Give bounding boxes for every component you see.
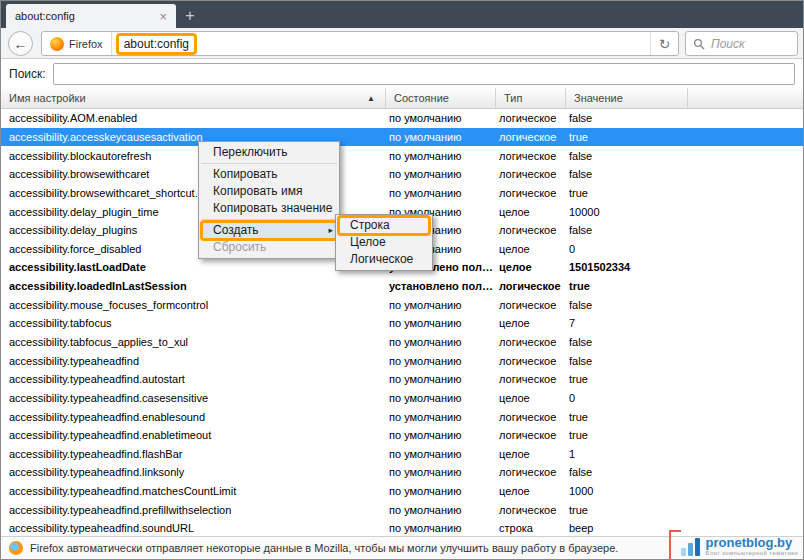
table-row[interactable]: accessibility.tabfocusпо умолчаниюцелое7 <box>1 314 803 333</box>
table-row[interactable]: accessibility.typeaheadfind.soundURLпо у… <box>1 519 803 538</box>
column-header-name[interactable]: Имя настройки ▲ <box>1 88 386 108</box>
cell-status: по умолчанию <box>386 392 496 404</box>
firefox-icon <box>50 37 64 51</box>
cell-value: false <box>566 299 736 311</box>
table-row[interactable]: accessibility.typeaheadfind.flashBarпо у… <box>1 445 803 464</box>
table-row[interactable]: accessibility.typeaheadfind.autostartпо … <box>1 370 803 389</box>
cell-name: accessibility.typeaheadfind.matchesCount… <box>1 485 386 497</box>
firefox-identity-badge[interactable]: Firefox <box>42 32 112 55</box>
cell-status: установлено пользователем <box>386 280 496 292</box>
new-tab-button[interactable]: + <box>176 4 204 28</box>
cell-type: логическое <box>496 466 566 478</box>
cell-value: 10000 <box>566 206 736 218</box>
status-bar-text: Firefox автоматически отправляет некотор… <box>30 542 618 554</box>
cell-status: по умолчанию <box>386 485 496 497</box>
cell-status: по умолчанию <box>386 187 496 199</box>
close-icon[interactable]: × <box>159 10 167 23</box>
browser-window: about:config × + ← Firefox about:config … <box>0 0 804 560</box>
submenu-item-boolean[interactable]: Логическое <box>336 251 432 268</box>
cell-name: accessibility.typeaheadfind.prefillwiths… <box>1 504 386 516</box>
submenu-item-integer[interactable]: Целое <box>336 234 432 251</box>
firefox-logo-icon <box>9 541 23 555</box>
menu-item-copy[interactable]: Копировать <box>199 166 339 183</box>
menu-item-toggle[interactable]: Переключить <box>199 144 339 161</box>
menu-item-new[interactable]: Создать▸ <box>199 222 339 239</box>
cell-status: по умолчанию <box>386 504 496 516</box>
url-bar[interactable]: Firefox about:config ↻ <box>41 31 679 56</box>
table-row[interactable]: accessibility.blockautorefreshпо умолчан… <box>1 146 803 165</box>
column-header-type-label: Тип <box>504 92 522 104</box>
cell-type: логическое <box>496 131 566 143</box>
cell-value: 0 <box>566 392 736 404</box>
pref-filter-row: Поиск: <box>1 59 803 88</box>
bar-chart-icon <box>681 538 700 556</box>
cell-name: accessibility.typeaheadfind.casesensitiv… <box>1 392 386 404</box>
cell-name: accessibility.lastLoadDate <box>1 261 386 273</box>
cell-name: accessibility.typeaheadfind.linksonly <box>1 466 386 478</box>
table-row[interactable]: accessibility.typeaheadfind.prefillwiths… <box>1 500 803 519</box>
cell-type: логическое <box>496 504 566 516</box>
cell-type: целое <box>496 392 566 404</box>
pref-filter-input[interactable] <box>53 63 795 85</box>
table-row[interactable]: accessibility.typeaheadfind.matchesCount… <box>1 482 803 501</box>
cell-status: по умолчанию <box>386 112 496 124</box>
back-button[interactable]: ← <box>8 31 33 56</box>
cell-name: accessibility.mouse_focuses_formcontrol <box>1 299 386 311</box>
cell-type: целое <box>496 448 566 460</box>
browser-search-field[interactable]: Поиск <box>685 31 798 56</box>
cell-type: целое <box>496 317 566 329</box>
cell-name: accessibility.tabfocus_applies_to_xul <box>1 336 386 348</box>
table-row[interactable]: accessibility.browsewithcaret_shortcut.e… <box>1 184 803 203</box>
table-row[interactable]: accessibility.mouse_focuses_formcontrolп… <box>1 295 803 314</box>
cell-type: строка <box>496 522 566 534</box>
cell-value: false <box>566 336 736 348</box>
watermark-site: pronetblog.by <box>706 536 798 550</box>
cell-type: целое <box>496 261 566 273</box>
table-row[interactable]: accessibility.typeaheadfind.enabletimeou… <box>1 426 803 445</box>
column-header-status-label: Состояние <box>394 92 449 104</box>
reload-icon: ↻ <box>659 36 671 52</box>
menu-separator <box>201 163 337 164</box>
table-row[interactable]: accessibility.typeaheadfind.enablesoundп… <box>1 407 803 426</box>
cell-value: false <box>566 168 736 180</box>
table-row[interactable]: accessibility.AOM.enabledпо умолчаниюлог… <box>1 109 803 128</box>
table-row[interactable]: accessibility.typeaheadfind.linksonlyпо … <box>1 463 803 482</box>
table-row[interactable]: accessibility.browsewithcaretпо умолчани… <box>1 165 803 184</box>
annotation-bracket <box>669 530 681 560</box>
table-row[interactable]: accessibility.tabfocus_applies_to_xulпо … <box>1 333 803 352</box>
tab-about-config[interactable]: about:config × <box>6 4 176 28</box>
sort-ascending-icon: ▲ <box>367 94 375 103</box>
table-row[interactable]: accessibility.typeaheadfind.casesensitiv… <box>1 389 803 408</box>
cell-status: по умолчанию <box>386 355 496 367</box>
cell-type: логическое <box>496 280 566 292</box>
cell-name: accessibility.typeaheadfind.flashBar <box>1 448 386 460</box>
cell-value: true <box>566 187 736 199</box>
column-header-type[interactable]: Тип <box>496 88 566 108</box>
cell-value: 1000 <box>566 485 736 497</box>
back-icon: ← <box>14 36 28 52</box>
menu-item-copy-value[interactable]: Копировать значение <box>199 200 339 217</box>
cell-status: по умолчанию <box>386 168 496 180</box>
table-row[interactable]: accessibility.accesskeycausesactivationп… <box>1 128 803 147</box>
prefs-rows: accessibility.AOM.enabledпо умолчаниюлог… <box>1 109 803 538</box>
cell-name: accessibility.typeaheadfind.soundURL <box>1 522 386 534</box>
table-row[interactable]: accessibility.loadedInLastSessionустанов… <box>1 277 803 296</box>
column-header-value[interactable]: Значение <box>566 88 688 108</box>
cell-type: логическое <box>496 336 566 348</box>
cell-value: false <box>566 466 736 478</box>
menu-item-copy-name[interactable]: Копировать имя <box>199 183 339 200</box>
watermark: pronetblog.by Блог компьютерной тематики <box>681 536 798 557</box>
column-header-name-label: Имя настройки <box>9 92 86 104</box>
table-row[interactable]: accessibility.typeaheadfindпо умолчаниюл… <box>1 351 803 370</box>
cell-value: false <box>566 150 736 162</box>
nav-toolbar: ← Firefox about:config ↻ Поиск <box>1 28 803 59</box>
column-header-status[interactable]: Состояние <box>386 88 496 108</box>
submenu-item-string[interactable]: Строка <box>336 217 432 234</box>
cell-status: по умолчанию <box>386 317 496 329</box>
url-text[interactable]: about:config <box>116 33 197 55</box>
reload-button[interactable]: ↻ <box>650 32 678 55</box>
tab-bar: about:config × + <box>1 1 803 28</box>
submenu-arrow-icon: ▸ <box>328 222 333 239</box>
context-menu: ПереключитьКопироватьКопировать имяКопир… <box>198 141 340 259</box>
menu-item-reset: Сбросить <box>199 239 339 256</box>
